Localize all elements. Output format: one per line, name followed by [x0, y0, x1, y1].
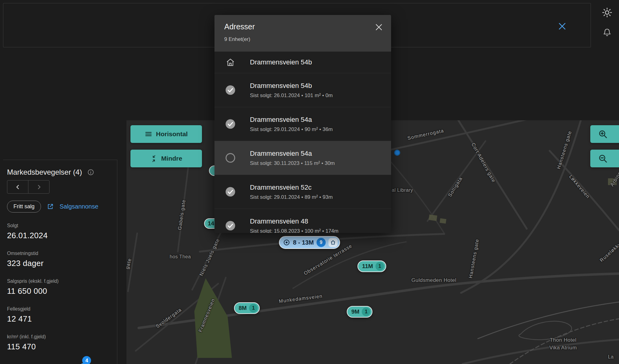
unit-title: Drammensveien 48 — [250, 217, 339, 225]
unit-subtitle: Sist solgt: 15.08.2023 • 100 m² • 174m — [250, 228, 339, 233]
menu-icon — [145, 130, 152, 138]
stat-turnover-time: Omsetningstid 323 dager — [7, 251, 113, 268]
unit-title: Drammensveien 54a — [250, 150, 335, 158]
unit-subtitle: Sist solgt: 26.01.2024 • 101 m² • 0m — [250, 93, 333, 99]
button-label: Mindre — [161, 155, 182, 162]
unit-row[interactable]: Drammensveien 48 Sist solgt: 15.08.2023 … — [214, 209, 391, 233]
cluster-count: 1 — [375, 262, 384, 271]
radio-unchecked-icon[interactable] — [225, 153, 236, 163]
unit-title: Drammensveien 54a — [250, 116, 333, 124]
house-icon — [328, 238, 338, 247]
modal-title: Adresser — [224, 22, 391, 31]
cluster-label: 11M — [362, 263, 373, 270]
poi-label: Guldsmeden Hotel — [411, 277, 456, 283]
stat-value: 11 650 000 — [7, 286, 113, 296]
unit-subtitle: Sist solgt: 29.01.2024 • 89 m² • 93m — [250, 194, 333, 200]
poi-label-line: Vika Atrium — [549, 344, 577, 352]
poi-label-line: Thon Hotel — [549, 337, 577, 344]
price-changes-link[interactable]: Prisendringer — [34, 363, 72, 364]
close-x-icon — [558, 22, 567, 31]
cluster-marker[interactable]: 11M 1 — [357, 260, 386, 272]
unit-title: Drammensveien 52c — [250, 184, 333, 191]
trending-up-icon[interactable]: 4 — [75, 362, 86, 364]
close-x-icon — [375, 23, 383, 31]
stat-label: Solgt — [7, 223, 113, 228]
external-link-icon — [47, 203, 54, 210]
cluster-count: 9 — [317, 238, 326, 247]
address-header-label: Drammensveien 54b — [250, 58, 312, 66]
bell-icon — [603, 27, 612, 37]
park-polygon — [194, 278, 232, 358]
modal-header: Adresser 9 Enhet(er) — [214, 15, 391, 52]
address-header-row[interactable]: Drammensveien 54b — [214, 52, 391, 73]
stat-label: Salgspris (ekskl. f.gjeld) — [7, 278, 113, 284]
info-icon[interactable] — [87, 169, 94, 176]
addresses-modal: Adresser 9 Enhet(er) Drammensveien 54b D… — [214, 15, 391, 233]
modal-close-button[interactable] — [373, 22, 384, 33]
stat-joint-debt: Fellesgjeld 12 471 — [7, 306, 113, 324]
stat-sale-price: Salgspris (ekskl. f.gjeld) 11 650 000 — [7, 278, 113, 296]
collapse-icon — [150, 155, 157, 162]
selected-cluster-marker[interactable]: 8 - 13M 9 — [279, 236, 340, 249]
panel-title: Markedsbevegelser (4) — [7, 168, 82, 177]
unit-subtitle: Sist solgt: 29.01.2024 • 90 m² • 36m — [250, 126, 333, 133]
next-button[interactable] — [28, 180, 49, 194]
cluster-label: 14 — [208, 220, 214, 227]
layout-horizontal-button[interactable]: Horisontal — [130, 125, 202, 143]
stat-label: Fellesgjeld — [7, 306, 113, 312]
sale-type-badge: Fritt salg — [7, 201, 41, 213]
sales-ad-link[interactable]: Salgsannonse — [60, 203, 98, 210]
stat-value: 26.01.2024 — [7, 231, 113, 240]
stat-value: 323 dager — [7, 259, 113, 268]
stat-label: kr/m² (inkl. f.gjeld) — [7, 334, 113, 340]
stat-value: 12 471 — [7, 314, 113, 324]
unit-row[interactable]: Drammensveien 54a Sist solgt: 29.01.2024… — [214, 107, 391, 141]
zoom-in-icon — [598, 129, 608, 139]
unit-subtitle: Sist solgt: 30.11.2023 • 115 m² • 30m — [250, 160, 335, 166]
theme-toggle-button[interactable] — [602, 7, 612, 18]
chevron-right-icon — [36, 184, 42, 190]
cluster-count: 1 — [362, 308, 370, 316]
shrink-map-button[interactable]: Mindre — [130, 150, 202, 167]
cluster-label: 9M — [351, 308, 359, 315]
cluster-marker[interactable]: 8M 1 — [234, 302, 260, 314]
zoom-out-button[interactable] — [590, 150, 619, 167]
unit-row[interactable]: Drammensveien 54a Sist solgt: 30.11.2023… — [214, 141, 391, 175]
unit-title: Drammensveien 54b — [250, 82, 333, 90]
poi-label: Thon Hotel Vika Atrium — [549, 337, 577, 351]
cluster-marker[interactable]: 9M 1 — [347, 306, 372, 318]
check-circle-icon[interactable] — [225, 187, 236, 197]
sun-icon — [602, 7, 612, 18]
chevron-left-icon — [15, 184, 20, 190]
check-circle-icon[interactable] — [225, 119, 236, 129]
modal-unit-count: 9 Enhet(er) — [224, 36, 391, 42]
cluster-label: 8M — [239, 305, 247, 311]
unit-row[interactable]: Drammensveien 52c Sist solgt: 29.01.2024… — [214, 175, 391, 209]
movement-pager — [7, 180, 49, 194]
cluster-label: 8 - 13M — [293, 239, 314, 246]
prev-button[interactable] — [7, 180, 28, 194]
poi-label: hos Thea — [170, 254, 191, 260]
poi-label: al Library — [392, 187, 413, 193]
button-label: Horisontal — [156, 130, 188, 138]
zoom-out-icon — [598, 154, 608, 163]
stat-price-per-m2: kr/m² (inkl. f.gjeld) 115 470 — [7, 334, 113, 351]
stat-value: 115 470 — [7, 342, 113, 351]
target-icon — [283, 239, 290, 246]
notifications-button[interactable] — [603, 27, 612, 37]
poi-label: La — [608, 354, 614, 360]
zoom-in-button[interactable] — [590, 125, 619, 143]
check-circle-icon[interactable] — [225, 220, 236, 231]
map-point-marker[interactable] — [394, 150, 400, 156]
stat-sold: Solgt 26.01.2024 — [7, 223, 113, 240]
price-changes-badge: 4 — [82, 356, 91, 364]
unit-row[interactable]: Drammensveien 54b Sist solgt: 26.01.2024… — [214, 73, 391, 107]
market-movements-panel: Markedsbevegelser (4) Fritt salg Salgsan… — [3, 160, 117, 364]
cluster-count: 1 — [249, 304, 258, 312]
clear-search-button[interactable] — [556, 20, 568, 32]
check-circle-icon[interactable] — [225, 85, 236, 95]
house-icon — [225, 58, 236, 67]
stat-label: Omsetningstid — [7, 251, 113, 256]
